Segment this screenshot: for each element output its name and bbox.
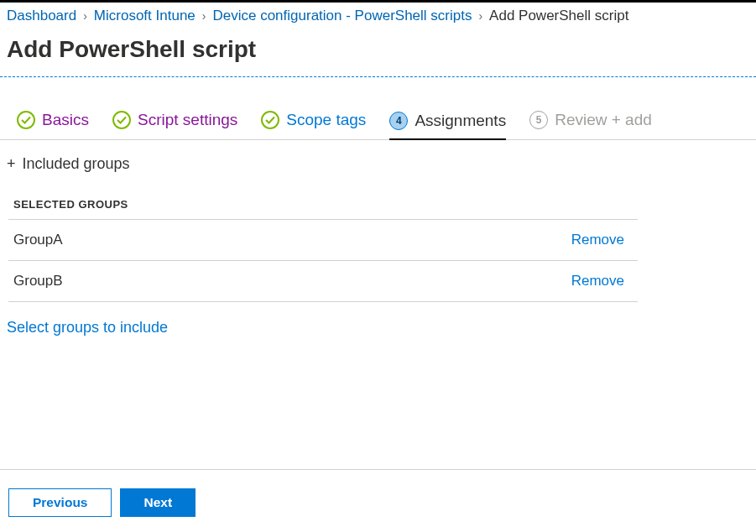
plus-icon: + — [7, 155, 16, 173]
select-groups-link[interactable]: Select groups to include — [0, 302, 175, 353]
tab-label: Basics — [42, 111, 89, 129]
tab-assignments[interactable]: 4 Assignments — [389, 112, 506, 140]
chevron-right-icon: › — [83, 9, 87, 23]
previous-button[interactable]: Previous — [8, 488, 112, 517]
selected-groups-header: Selected groups — [0, 180, 756, 219]
group-name: GroupB — [13, 273, 63, 289]
breadcrumb-current: Add PowerShell script — [489, 8, 628, 24]
remove-link[interactable]: Remove — [571, 232, 624, 248]
check-icon — [261, 111, 279, 129]
breadcrumb-dashboard[interactable]: Dashboard — [7, 8, 76, 24]
tab-label: Scope tags — [286, 111, 366, 129]
breadcrumb-intune[interactable]: Microsoft Intune — [94, 8, 196, 24]
section-included-groups[interactable]: + Included groups — [0, 140, 756, 180]
breadcrumb-device-config[interactable]: Device configuration - PowerShell script… — [212, 8, 472, 24]
tab-scope-tags[interactable]: Scope tags — [261, 111, 366, 139]
tab-basics[interactable]: Basics — [17, 111, 89, 139]
chevron-right-icon: › — [478, 9, 482, 23]
table-row: GroupA Remove — [8, 220, 638, 261]
chevron-right-icon: › — [202, 9, 206, 23]
remove-link[interactable]: Remove — [571, 273, 624, 289]
tab-label: Script settings — [138, 111, 237, 129]
check-icon — [112, 111, 131, 129]
group-name: GroupA — [13, 232, 63, 248]
tab-label: Assignments — [414, 112, 506, 130]
wizard-footer: Previous Next — [0, 469, 756, 517]
tab-script-settings[interactable]: Script settings — [112, 111, 237, 139]
tab-label: Review + add — [555, 111, 652, 129]
next-button[interactable]: Next — [120, 488, 196, 517]
table-row: GroupB Remove — [8, 261, 638, 302]
step-number-icon: 4 — [389, 112, 408, 130]
section-label: Included groups — [23, 155, 130, 173]
breadcrumb: Dashboard › Microsoft Intune › Device co… — [0, 3, 756, 28]
step-number-icon: 5 — [529, 111, 548, 129]
page-title: Add PowerShell script — [0, 28, 756, 76]
tab-review-add: 5 Review + add — [529, 111, 652, 139]
wizard-tabs: Basics Script settings Scope tags 4 Assi… — [0, 77, 756, 140]
check-icon — [17, 111, 35, 129]
groups-table: GroupA Remove GroupB Remove — [8, 219, 638, 302]
